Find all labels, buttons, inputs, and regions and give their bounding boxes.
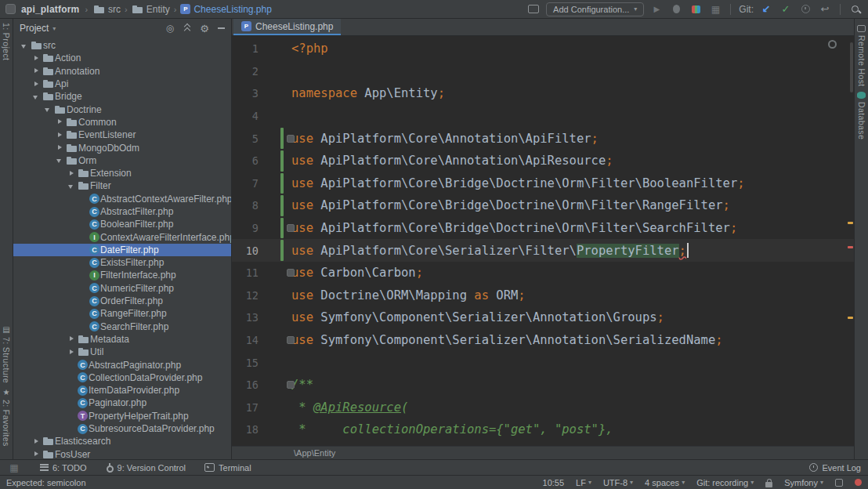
chevron-right-icon[interactable]: [31, 450, 41, 459]
fold-icon[interactable]: [287, 336, 295, 344]
code-line-12[interactable]: 12use Doctrine\ORM\Mapping as ORM;: [232, 284, 854, 307]
editor-gutter[interactable]: 9: [232, 217, 291, 240]
editor-scrollbar[interactable]: [850, 42, 853, 92]
tree-item-datefilter-php[interactable]: DateFilter.php: [13, 244, 231, 256]
editor-gutter[interactable]: 2: [232, 60, 291, 83]
chevron-right-icon[interactable]: [31, 436, 41, 446]
tree-item-action[interactable]: Action: [13, 52, 231, 64]
editor-gutter[interactable]: 6: [232, 150, 291, 172]
stripe-button-favorites[interactable]: 2: Favorites: [2, 388, 11, 447]
editor-gutter[interactable]: 8: [232, 194, 291, 217]
tree-item-subresourcedataprovider-php[interactable]: SubresourceDataProvider.php: [13, 422, 231, 435]
version-control-tool-button[interactable]: 9: Version Control: [106, 463, 186, 473]
tree-item-filter[interactable]: Filter: [13, 179, 231, 192]
code-line-18[interactable]: 18 * collectionOperations={"get", "post"…: [232, 418, 854, 441]
symfony-widget[interactable]: Symfony: [784, 478, 823, 487]
tree-item-extension[interactable]: Extension: [13, 167, 231, 179]
code-line-1[interactable]: 1<?php: [232, 38, 854, 60]
tree-item-src[interactable]: src: [13, 39, 231, 52]
tool-window-switcher-icon[interactable]: [7, 461, 21, 475]
editor-gutter[interactable]: 13: [232, 306, 291, 329]
settings-gear-icon[interactable]: [200, 23, 209, 34]
editor-gutter[interactable]: 16: [232, 374, 291, 397]
tree-item-fosuser[interactable]: FosUser: [13, 448, 231, 460]
code-line-4[interactable]: 4: [232, 105, 854, 128]
tree-item-annotation[interactable]: Annotation: [13, 65, 231, 78]
indent-widget[interactable]: 4 spaces: [645, 478, 685, 487]
tree-item-existsfilter-php[interactable]: ExistsFilter.php: [13, 256, 231, 269]
code-line-10[interactable]: 10use ApiPlatform\Core\Serializer\Filter…: [232, 239, 854, 262]
editor-gutter[interactable]: 4: [232, 105, 291, 128]
fatal-error-indicator-icon[interactable]: [855, 479, 862, 486]
breadcrumb-item-entity[interactable]: Entity: [132, 3, 170, 15]
editor-gutter[interactable]: 14: [232, 329, 291, 352]
tree-item-abstractcontextawarefilter-php[interactable]: AbstractContextAwareFilter.php: [13, 193, 231, 205]
chevron-down-icon[interactable]: [20, 41, 29, 50]
git-rollback-icon[interactable]: [818, 2, 832, 16]
encoding-widget[interactable]: UTF-8: [603, 478, 633, 487]
locate-file-icon[interactable]: [166, 23, 174, 34]
editor-gutter[interactable]: 15: [232, 351, 291, 374]
tree-item-api[interactable]: Api: [13, 78, 231, 90]
git-commit-icon[interactable]: [779, 2, 793, 16]
terminal-tool-button[interactable]: Terminal: [204, 463, 251, 473]
tree-item-abstractpaginator-php[interactable]: AbstractPaginator.php: [13, 358, 231, 371]
tree-item-contextawarefilterinterface-php[interactable]: ContextAwareFilterInterface.php: [13, 230, 231, 243]
chevron-down-icon[interactable]: [43, 105, 52, 114]
inspections-widget-icon[interactable]: [828, 40, 837, 49]
tree-item-orm[interactable]: Orm: [13, 154, 231, 167]
editor-gutter[interactable]: 5: [232, 127, 291, 150]
code-line-8[interactable]: 8use ApiPlatform\Core\Bridge\Doctrine\Or…: [232, 194, 854, 217]
editor-gutter[interactable]: 12: [232, 284, 291, 307]
chevron-right-icon[interactable]: [31, 67, 41, 76]
stripe-button-project[interactable]: 1: Project: [2, 23, 11, 60]
tree-item-propertyhelpertrait-php[interactable]: PropertyHelperTrait.php: [13, 410, 231, 422]
tree-item-paginator-php[interactable]: Paginator.php: [13, 397, 231, 409]
code-line-11[interactable]: 11use Carbon\Carbon;: [232, 262, 854, 284]
code-line-6[interactable]: 6use ApiPlatform\Core\Annotation\ApiReso…: [232, 150, 854, 172]
chevron-down-icon[interactable]: [52, 25, 56, 32]
tree-item-rangefilter-php[interactable]: RangeFilter.php: [13, 307, 231, 320]
fold-icon[interactable]: [287, 224, 295, 232]
notifications-icon[interactable]: [835, 479, 843, 487]
tree-item-common[interactable]: Common: [13, 116, 231, 129]
tree-item-abstractfilter-php[interactable]: AbstractFilter.php: [13, 205, 231, 218]
code-line-17[interactable]: 17 * @ApiResource(: [232, 397, 854, 419]
stripe-button-remote-host[interactable]: Remote Host: [857, 25, 866, 87]
chevron-right-icon[interactable]: [67, 168, 76, 178]
code-line-15[interactable]: 15: [232, 351, 854, 374]
code-viewport[interactable]: 1<?php23namespace App\Entity;45use ApiPl…: [232, 36, 854, 446]
editor-gutter[interactable]: 10: [232, 239, 291, 262]
chevron-right-icon[interactable]: [55, 130, 64, 139]
breadcrumb-item-cheeselisting-php[interactable]: CheeseListing.php: [180, 4, 271, 15]
chevron-right-icon[interactable]: [31, 79, 41, 89]
add-configuration-button[interactable]: Add Configuration...: [546, 2, 644, 16]
editor-gutter[interactable]: 11: [232, 262, 291, 284]
run-icon[interactable]: [649, 2, 664, 16]
collapse-all-icon[interactable]: [183, 24, 191, 33]
chevron-right-icon[interactable]: [31, 53, 41, 63]
code-line-14[interactable]: 14use Symfony\Component\Serializer\Annot…: [232, 329, 854, 352]
hide-panel-icon[interactable]: [218, 27, 225, 29]
tree-item-bridge[interactable]: Bridge: [13, 90, 231, 103]
tree-item-util[interactable]: Util: [13, 346, 231, 358]
git-branch-widget[interactable]: Git: recording: [696, 478, 754, 487]
tree-item-collectiondataprovider-php[interactable]: CollectionDataProvider.php: [13, 371, 231, 384]
editor-gutter[interactable]: 18: [232, 418, 291, 441]
readonly-lock-icon[interactable]: [765, 482, 772, 487]
editor-gutter[interactable]: 17: [232, 397, 291, 419]
tree-item-booleanfilter-php[interactable]: BooleanFilter.php: [13, 218, 231, 230]
editor-gutter[interactable]: 7: [232, 172, 291, 195]
editor-gutter[interactable]: 3: [232, 82, 291, 105]
tree-item-metadata[interactable]: Metadata: [13, 333, 231, 346]
debug-icon[interactable]: [669, 2, 683, 16]
chevron-right-icon[interactable]: [55, 118, 64, 127]
editor-tab-cheeselisting[interactable]: CheeseListing.php: [233, 19, 341, 35]
chevron-down-icon[interactable]: [31, 92, 41, 101]
fold-icon[interactable]: [287, 269, 295, 277]
tree-item-searchfilter-php[interactable]: SearchFilter.php: [13, 321, 231, 333]
code-line-7[interactable]: 7use ApiPlatform\Core\Bridge\Doctrine\Or…: [232, 172, 854, 195]
editor-gutter[interactable]: 1: [232, 38, 291, 60]
editor[interactable]: 1<?php23namespace App\Entity;45use ApiPl…: [232, 36, 854, 446]
tree-item-eventlistener[interactable]: EventListener: [13, 129, 231, 141]
